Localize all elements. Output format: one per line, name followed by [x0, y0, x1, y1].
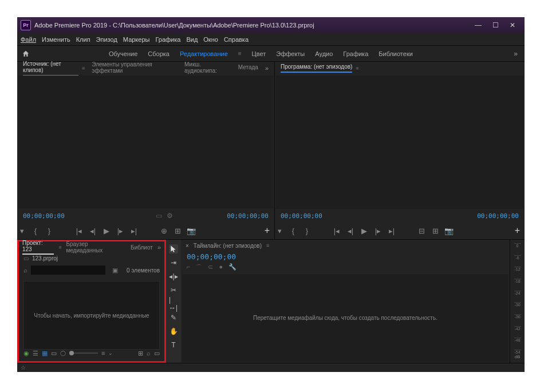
sort-icon[interactable]: ≡	[101, 350, 105, 357]
tab-source[interactable]: Источник: (нет клипов)	[23, 61, 78, 76]
menu-sequence[interactable]: Эпизод	[96, 36, 117, 43]
zoom-slider[interactable]	[69, 353, 98, 354]
track-select-tool-icon[interactable]: ⇥	[169, 258, 178, 267]
icon-view-icon[interactable]: ▦	[42, 350, 48, 357]
workspace-effects[interactable]: Эффекты	[276, 50, 305, 57]
go-to-out-icon[interactable]: ▸|	[129, 227, 139, 235]
mark-in-icon[interactable]: {	[31, 227, 40, 235]
tl-marker-icon[interactable]: ⌒	[196, 263, 202, 272]
p-play-icon[interactable]: ▶	[360, 227, 369, 235]
step-forward-icon[interactable]: |▸	[116, 227, 125, 235]
project-tabs-overflow-icon[interactable]: »	[157, 244, 161, 251]
tab-project[interactable]: Проект: 123	[22, 240, 54, 255]
workspace-assembly[interactable]: Сборка	[148, 50, 169, 57]
menu-edit[interactable]: Изменить	[42, 36, 70, 43]
tl-settings-icon[interactable]: ●	[219, 263, 223, 272]
project-drop-area[interactable]: Чтобы начать, импортируйте медиаданные	[23, 281, 160, 350]
p-marker-icon[interactable]: ▾	[275, 227, 284, 235]
program-add-button-icon[interactable]: +	[515, 225, 520, 236]
menu-markers[interactable]: Маркеры	[123, 36, 150, 43]
search-icon[interactable]: ⌕	[23, 267, 27, 274]
workspace-overflow-icon[interactable]: »	[510, 50, 521, 58]
p-go-to-in-icon[interactable]: |◂	[332, 227, 341, 235]
program-tab-menu-icon[interactable]: ≡	[356, 65, 358, 71]
overwrite-icon[interactable]: ⊞	[173, 227, 182, 235]
find-icon[interactable]: ⌕	[147, 350, 151, 357]
workspace-editing[interactable]: Редактирование	[180, 50, 228, 57]
selection-tool-icon[interactable]	[169, 244, 178, 254]
menubar: Файл Изменить Клип Эпизод Маркеры График…	[17, 33, 525, 46]
program-timecode-left[interactable]: 00;00;00;00	[281, 212, 322, 220]
timeline-tab-close-icon[interactable]: ×	[186, 243, 189, 249]
p-lift-icon[interactable]: ⊟	[417, 227, 426, 235]
menu-file[interactable]: Файл	[21, 36, 36, 43]
play-icon[interactable]: ▶	[102, 227, 111, 235]
workspace-audio[interactable]: Аудио	[315, 50, 333, 57]
menu-graphics[interactable]: Графика	[155, 36, 180, 43]
source-fit-icon[interactable]: ▭	[156, 212, 162, 220]
timeline-tab-menu-icon[interactable]: ≡	[266, 243, 269, 248]
workspace-editing-menu-icon[interactable]: ≡	[238, 50, 242, 57]
menu-window[interactable]: Окно	[203, 36, 218, 43]
menu-clip[interactable]: Клип	[76, 36, 90, 43]
ripple-edit-tool-icon[interactable]: ◂|▸	[169, 272, 178, 281]
marker-icon[interactable]: ▾	[17, 227, 26, 235]
source-settings-icon[interactable]: ⚙	[167, 212, 173, 220]
razor-tool-icon[interactable]: ✂	[169, 286, 178, 295]
p-go-to-out-icon[interactable]: ▸|	[387, 227, 396, 235]
minimize-button[interactable]: —	[470, 19, 487, 31]
slip-tool-icon[interactable]: |↔|	[169, 299, 178, 308]
list-view-icon[interactable]: ☰	[33, 350, 38, 357]
workspace-libraries[interactable]: Библиотеки	[379, 50, 413, 57]
project-tab-menu-icon[interactable]: ≡	[58, 244, 61, 250]
tab-audio-mixer[interactable]: Микш. аудиоклипа:	[184, 61, 231, 76]
workspace-graphics[interactable]: Графика	[343, 50, 368, 57]
tab-effect-controls[interactable]: Элементы управления эффектами	[92, 61, 178, 76]
go-to-in-icon[interactable]: |◂	[74, 227, 84, 235]
tab-timeline[interactable]: Таймлайн: (нет эпизодов)	[194, 243, 262, 249]
p-mark-out-icon[interactable]: }	[302, 227, 312, 235]
maximize-button[interactable]: ☐	[487, 19, 504, 31]
project-search-input[interactable]	[31, 266, 105, 275]
automate-icon[interactable]: ⊞	[138, 350, 143, 357]
source-tab-menu-icon[interactable]: ≡	[82, 65, 85, 71]
p-extract-icon[interactable]: ⊞	[431, 227, 440, 235]
tab-metadata[interactable]: Метада	[238, 64, 258, 72]
source-add-button-icon[interactable]: +	[265, 225, 270, 236]
camera-filter-icon[interactable]: ▣	[112, 267, 118, 274]
menu-help[interactable]: Справка	[224, 36, 249, 43]
program-monitor	[276, 76, 523, 209]
p-export-frame-icon[interactable]: 📷	[444, 227, 454, 235]
p-mark-in-icon[interactable]: {	[289, 227, 298, 235]
tab-program[interactable]: Программа: (нет эпизодов)	[281, 64, 352, 73]
workspace-learn[interactable]: Обучение	[109, 50, 137, 57]
source-tabs-overflow-icon[interactable]: »	[265, 65, 269, 72]
tab-libraries[interactable]: Библиот	[131, 244, 153, 251]
zoom-out-icon[interactable]: ◯	[60, 350, 66, 356]
freeform-view-icon[interactable]: ▭	[51, 350, 57, 357]
p-step-forward-icon[interactable]: |▸	[373, 227, 383, 235]
p-step-back-icon[interactable]: ◂|	[346, 227, 355, 235]
menu-view[interactable]: Вид	[186, 36, 198, 43]
timeline-drop-area[interactable]: Перетащите медиафайлы сюда, чтобы создат…	[182, 274, 508, 362]
pen-tool-icon[interactable]: ✎	[169, 313, 178, 322]
timeline-timecode[interactable]: 00;00;00;00	[181, 251, 510, 262]
tl-link-icon[interactable]: ⊂	[208, 263, 213, 272]
write-toggle-icon[interactable]: ◉	[23, 350, 29, 357]
mark-out-icon[interactable]: }	[45, 227, 54, 235]
close-button[interactable]: ✕	[504, 19, 521, 31]
type-tool-icon[interactable]: T	[169, 340, 178, 350]
tab-media-browser[interactable]: Браузер медиаданных	[66, 241, 126, 254]
tl-snap-icon[interactable]: ⌐	[187, 263, 190, 272]
tl-wrench-icon[interactable]: 🔧	[228, 263, 236, 272]
hand-tool-icon[interactable]: ✋	[169, 327, 178, 336]
meter-tick: -48	[514, 338, 521, 342]
source-timecode-left[interactable]: 00;00;00;00	[23, 212, 65, 220]
home-icon[interactable]	[21, 50, 31, 58]
sort-chevron-icon[interactable]: ⌄	[108, 350, 113, 356]
workspace-color[interactable]: Цвет	[252, 50, 266, 57]
insert-icon[interactable]: ⊕	[159, 227, 168, 235]
step-back-icon[interactable]: ◂|	[88, 227, 97, 235]
export-frame-icon[interactable]: 📷	[187, 227, 196, 235]
new-bin-icon[interactable]: ▭	[154, 350, 160, 357]
